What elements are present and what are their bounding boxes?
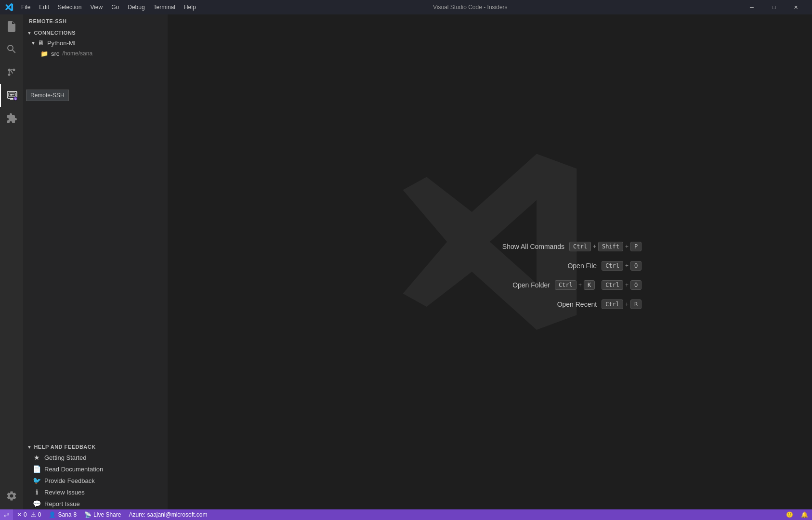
svg-line-5 xyxy=(11,70,13,74)
remote-ssh-icon: ⚙ xyxy=(6,90,18,101)
status-smiley[interactable]: 🙂 xyxy=(782,509,797,520)
svg-point-2 xyxy=(13,69,15,71)
open-recent-keys: Ctrl + R xyxy=(602,299,642,309)
svg-point-1 xyxy=(8,74,11,76)
open-file-keys: Ctrl + O xyxy=(602,261,642,271)
help-feedback-section-header[interactable]: ▼ HELP AND FEEDBACK xyxy=(23,442,168,452)
title-bar: File Edit Selection View Go Debug Termin… xyxy=(0,0,812,14)
getting-started-item[interactable]: ★ Getting Started xyxy=(23,452,168,463)
warning-icon: ⚠ xyxy=(31,511,36,518)
activity-remote-ssh[interactable]: ⚙ Remote-SSH xyxy=(0,84,23,107)
kbd-ctrl-5: Ctrl xyxy=(602,299,623,309)
user-name: Sana xyxy=(58,511,71,518)
connections-section-header[interactable]: ▼ CONNECTIONS xyxy=(23,28,168,38)
remote-arrows-icon: ⇄ xyxy=(4,511,9,519)
error-icon: ✕ xyxy=(17,511,22,518)
computer-icon: 🖥 xyxy=(38,39,44,47)
activity-extensions[interactable] xyxy=(0,107,23,130)
review-issues-item[interactable]: ℹ Review Issues xyxy=(23,486,168,498)
help-feedback-label: HELP AND FEEDBACK xyxy=(34,444,95,450)
menu-go[interactable]: Go xyxy=(107,2,123,12)
sidebar: REMOTE-SSH ▼ CONNECTIONS ▼ 🖥 Python-ML 📁… xyxy=(23,14,168,509)
bell-icon: 🔔 xyxy=(801,511,808,518)
show-commands-label: Show All Commands xyxy=(487,243,564,250)
remote-indicator[interactable]: ⇄ xyxy=(0,509,13,520)
user-count: 8 xyxy=(73,511,77,518)
activity-settings[interactable] xyxy=(0,484,23,507)
files-icon xyxy=(6,20,17,32)
activity-bar-bottom xyxy=(0,484,23,509)
kbd-shift: Shift xyxy=(598,242,623,251)
src-path: /home/sana xyxy=(62,50,92,57)
liveshare-label: Live Share xyxy=(93,511,121,518)
menu-view[interactable]: View xyxy=(86,2,106,12)
smiley-icon: 🙂 xyxy=(786,511,793,518)
open-file-label: Open File xyxy=(520,262,597,270)
help-feedback-arrow: ▼ xyxy=(27,444,32,450)
provide-feedback-item[interactable]: 🐦 Provide Feedback xyxy=(23,475,168,486)
activity-source-control[interactable] xyxy=(0,61,23,84)
maximize-button[interactable]: □ xyxy=(763,0,785,14)
menu-bar[interactable]: File Edit Selection View Go Debug Termin… xyxy=(17,2,200,12)
kbd-ctrl-2: Ctrl xyxy=(602,261,623,271)
open-folder-label: Open Folder xyxy=(473,281,550,289)
close-button[interactable]: ✕ xyxy=(785,0,807,14)
provide-feedback-label: Provide Feedback xyxy=(44,477,95,484)
tree-item-python-ml[interactable]: ▼ 🖥 Python-ML xyxy=(23,38,168,48)
activity-search[interactable] xyxy=(0,38,23,61)
menu-edit[interactable]: Edit xyxy=(35,2,53,12)
folder-icon: 📁 xyxy=(40,50,48,57)
status-azure[interactable]: Azure: saajani@microsoft.com xyxy=(125,509,211,520)
status-bar: ⇄ ✕ 0 ⚠ 0 👤 Sana 8 📡 Live Share Azure: s… xyxy=(0,509,812,520)
src-label: src xyxy=(51,50,59,57)
settings-icon xyxy=(6,490,17,502)
window-controls[interactable]: ─ □ ✕ xyxy=(741,0,807,14)
kbd-ctrl-4: Ctrl xyxy=(602,280,623,290)
connections-arrow: ▼ xyxy=(27,30,32,36)
menu-selection[interactable]: Selection xyxy=(54,2,85,12)
status-user[interactable]: 👤 Sana 8 xyxy=(45,509,80,520)
kbd-ctrl-3: Ctrl xyxy=(555,280,576,290)
minimize-button[interactable]: ─ xyxy=(741,0,763,14)
activity-bar: ⚙ Remote-SSH xyxy=(0,14,23,509)
report-issue-item[interactable]: 💬 Report Issue xyxy=(23,498,168,509)
main-area: ⚙ Remote-SSH REMOTE-SSH ▼ CONNECTIONS xyxy=(0,14,812,509)
report-issue-label: Report Issue xyxy=(44,500,80,507)
open-folder-keys: Ctrl + K Ctrl + O xyxy=(555,280,642,290)
title-bar-left: File Edit Selection View Go Debug Termin… xyxy=(5,2,200,12)
review-issues-label: Review Issues xyxy=(44,489,85,496)
python-ml-label: Python-ML xyxy=(47,39,78,47)
editor-area: Show All Commands Ctrl + Shift + P Open … xyxy=(168,14,812,509)
error-count: 0 xyxy=(24,511,27,518)
shortcut-open-folder: Open Folder Ctrl + K Ctrl + O xyxy=(473,280,642,290)
getting-started-label: Getting Started xyxy=(44,454,86,461)
status-liveshare[interactable]: 📡 Live Share xyxy=(80,509,125,520)
twitter-icon: 🐦 xyxy=(33,477,40,484)
kbd-r: R xyxy=(630,299,642,309)
activity-explorer[interactable] xyxy=(0,14,23,38)
show-commands-keys: Ctrl + Shift + P xyxy=(569,242,642,251)
liveshare-icon: 📡 xyxy=(84,511,92,518)
menu-file[interactable]: File xyxy=(17,2,34,12)
menu-debug[interactable]: Debug xyxy=(124,2,148,12)
menu-terminal[interactable]: Terminal xyxy=(150,2,179,12)
status-bell[interactable]: 🔔 xyxy=(797,509,812,520)
menu-help[interactable]: Help xyxy=(180,2,200,12)
sidebar-spacer xyxy=(23,59,168,442)
status-errors[interactable]: ✕ 0 ⚠ 0 xyxy=(13,509,45,520)
search-icon xyxy=(6,43,17,55)
kbd-ctrl-1: Ctrl xyxy=(569,242,591,251)
info-icon: ℹ xyxy=(33,488,40,496)
shortcut-open-file: Open File Ctrl + O xyxy=(473,261,642,271)
connections-label: CONNECTIONS xyxy=(34,30,76,36)
svg-point-0 xyxy=(8,69,11,71)
read-documentation-item[interactable]: 📄 Read Documentation xyxy=(23,463,168,475)
open-recent-label: Open Recent xyxy=(520,300,597,308)
python-ml-arrow: ▼ xyxy=(31,40,36,46)
kbd-o: O xyxy=(630,261,642,271)
book-icon: 📄 xyxy=(33,465,40,473)
azure-label: Azure: saajani@microsoft.com xyxy=(129,511,207,518)
welcome-shortcuts: Show All Commands Ctrl + Shift + P Open … xyxy=(473,242,642,309)
shortcut-show-commands: Show All Commands Ctrl + Shift + P xyxy=(473,242,642,251)
tree-child-src[interactable]: 📁 src /home/sana xyxy=(23,48,168,59)
